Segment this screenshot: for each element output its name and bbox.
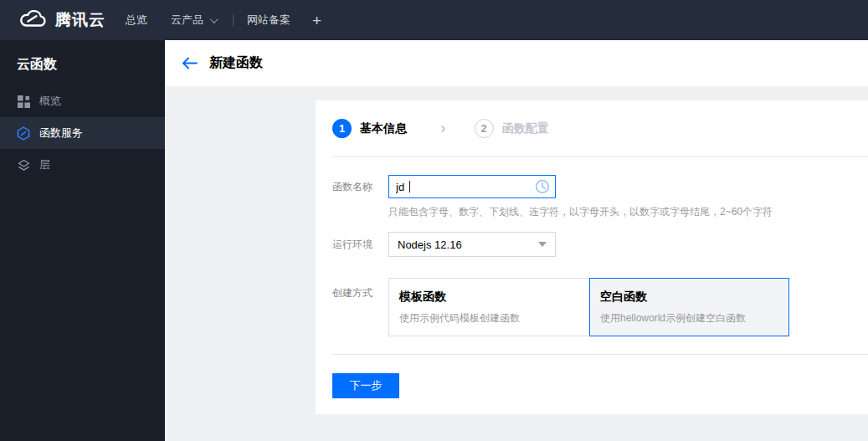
option-title: 空白函数 xyxy=(600,290,778,305)
runtime-label: 运行环境 xyxy=(332,232,379,257)
page-header: 新建函数 xyxy=(165,40,868,86)
option-description: 使用helloworld示例创建空白函数 xyxy=(600,311,778,326)
layers-icon xyxy=(17,158,30,172)
function-name-label: 函数名称 xyxy=(332,175,379,218)
sidebar-menu: 概览 函数服务 层 xyxy=(0,85,165,181)
runtime-selected-value: Nodejs 12.16 xyxy=(398,238,462,251)
topbar-nav: 总览 云产品 网站备案 + xyxy=(126,13,321,28)
steps-divider xyxy=(332,156,868,157)
add-tab-button[interactable]: + xyxy=(312,13,321,28)
nav-overview[interactable]: 总览 xyxy=(126,13,147,28)
nav-cloud-products[interactable]: 云产品 xyxy=(171,13,216,28)
form-row-function-name: 函数名称 只能包含字母、数字、下划线、 xyxy=(332,175,868,218)
sidebar-title: 云函数 xyxy=(0,40,165,74)
back-button[interactable] xyxy=(182,57,198,69)
sidebar-item-label: 层 xyxy=(39,157,50,172)
next-step-button[interactable]: 下一步 xyxy=(332,373,399,398)
nav-overview-label: 总览 xyxy=(126,13,147,28)
tencent-cloud-console: 腾讯云 总览 云产品 网站备案 + 云函数 xyxy=(0,0,868,441)
function-name-input[interactable] xyxy=(388,175,556,198)
step-function-config: 2 函数配置 xyxy=(475,119,549,138)
sidebar-item-overview[interactable]: 概览 xyxy=(0,85,165,117)
nav-cloud-products-label: 云产品 xyxy=(171,13,203,28)
scf-hexagon-icon xyxy=(17,126,30,140)
clock-icon[interactable] xyxy=(535,179,550,197)
chevron-down-icon xyxy=(210,15,218,23)
nav-icp-filing[interactable]: 网站备案 xyxy=(247,13,290,28)
nav-icp-filing-label: 网站备案 xyxy=(247,13,290,28)
function-name-field: 只能包含字母、数字、下划线、连字符，以字母开头，以数字或字母结尾，2~60个字符 xyxy=(388,175,773,218)
content-area: 1 基本信息 › 2 函数配置 函数名称 xyxy=(165,86,868,441)
page-title: 新建函数 xyxy=(209,54,263,72)
sidebar-item-label: 概览 xyxy=(39,94,61,109)
step-indicator: 1 基本信息 › 2 函数配置 xyxy=(316,100,868,156)
creation-method-label: 创建方式 xyxy=(332,278,379,336)
form-row-runtime: 运行环境 Nodejs 12.16 xyxy=(332,232,868,257)
function-name-helper-text: 只能包含字母、数字、下划线、连字符，以字母开头，以数字或字母结尾，2~60个字符 xyxy=(388,206,773,218)
sidebar-item-function-service[interactable]: 函数服务 xyxy=(0,117,165,149)
basic-info-form: 函数名称 只能包含字母、数字、下划线、 xyxy=(316,175,868,336)
grid-icon xyxy=(17,95,30,108)
option-title: 模板函数 xyxy=(399,290,579,305)
option-blank-function[interactable]: 空白函数 使用helloworld示例创建空白函数 xyxy=(589,278,789,336)
tencent-cloud-logo[interactable]: 腾讯云 xyxy=(18,9,105,32)
step-number: 1 xyxy=(332,119,352,138)
form-row-creation-method: 创建方式 模板函数 使用示例代码模板创建函数 空白函数 使用helloworld… xyxy=(332,278,868,336)
dropdown-caret-icon xyxy=(538,242,547,247)
nav-divider xyxy=(233,14,234,27)
topbar: 腾讯云 总览 云产品 网站备案 + xyxy=(0,0,868,40)
cloud-logo-icon xyxy=(18,9,47,32)
sidebar-item-label: 函数服务 xyxy=(39,126,83,141)
footer-divider xyxy=(332,354,868,355)
step-chevron-icon: › xyxy=(440,118,446,137)
sidebar: 云函数 概览 xyxy=(0,40,165,441)
sidebar-item-layers[interactable]: 层 xyxy=(0,149,165,181)
step-basic-info: 1 基本信息 xyxy=(332,119,407,138)
wizard-card: 1 基本信息 › 2 函数配置 函数名称 xyxy=(316,100,868,414)
arrow-left-icon xyxy=(182,57,198,69)
creation-method-options: 模板函数 使用示例代码模板创建函数 空白函数 使用helloworld示例创建空… xyxy=(388,278,789,336)
brand-name: 腾讯云 xyxy=(55,9,105,31)
option-description: 使用示例代码模板创建函数 xyxy=(399,311,579,326)
step-label: 基本信息 xyxy=(360,121,407,136)
step-number: 2 xyxy=(475,119,494,138)
function-name-input-wrap xyxy=(388,175,556,198)
step-label: 函数配置 xyxy=(502,121,549,136)
text-cursor xyxy=(409,181,410,192)
option-template-function[interactable]: 模板函数 使用示例代码模板创建函数 xyxy=(388,278,589,336)
runtime-select[interactable]: Nodejs 12.16 xyxy=(388,232,556,257)
